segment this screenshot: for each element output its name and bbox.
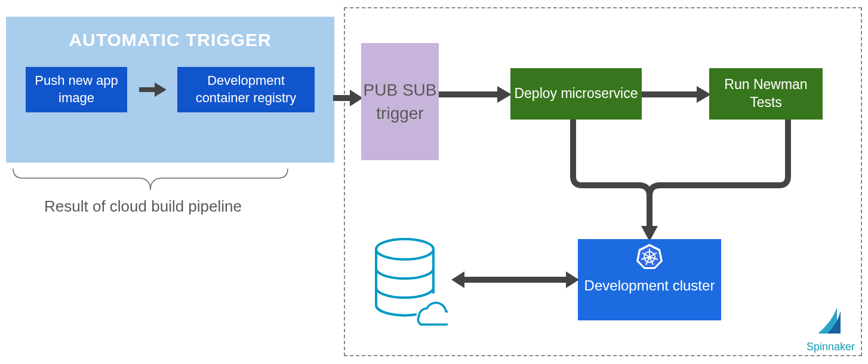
push-app-image-box: Push new app image: [26, 67, 127, 112]
svg-point-19: [648, 256, 651, 259]
merge-arrow-icon: [561, 120, 800, 241]
spinnaker-label: Spinnaker: [807, 341, 855, 353]
brace-icon: [11, 166, 290, 196]
database-cloud-icon: [370, 236, 448, 326]
svg-marker-5: [497, 86, 512, 103]
svg-point-23: [376, 239, 433, 259]
development-cluster-box: Development cluster: [578, 239, 721, 320]
development-cluster-label: Development cluster: [578, 276, 721, 295]
run-newman-tests-box: Run Newman Tests: [709, 68, 823, 120]
arrow-right-icon: [642, 85, 711, 104]
svg-marker-22: [566, 271, 579, 288]
result-caption: Result of cloud build pipeline: [44, 197, 242, 216]
spinnaker-sail-icon: [814, 305, 847, 337]
arrow-right-icon: [138, 80, 167, 99]
arrow-right-icon: [439, 85, 512, 104]
kubernetes-icon: [636, 243, 663, 270]
trigger-boxes-row: Push new app image Development container…: [26, 67, 315, 112]
deploy-microservice-box: Deploy microservice: [510, 68, 642, 120]
automatic-trigger-panel: AUTOMATIC TRIGGER Push new app image Dev…: [6, 17, 334, 163]
spinnaker-branding: Spinnaker: [807, 305, 855, 353]
svg-marker-1: [155, 82, 167, 97]
dev-container-registry-box: Development container registry: [177, 67, 315, 112]
arrow-right-icon: [333, 88, 363, 108]
automatic-trigger-title: AUTOMATIC TRIGGER: [69, 30, 271, 50]
double-arrow-icon: [451, 270, 579, 289]
pubsub-trigger-box: PUB SUB trigger: [361, 43, 439, 160]
svg-marker-20: [451, 271, 464, 288]
